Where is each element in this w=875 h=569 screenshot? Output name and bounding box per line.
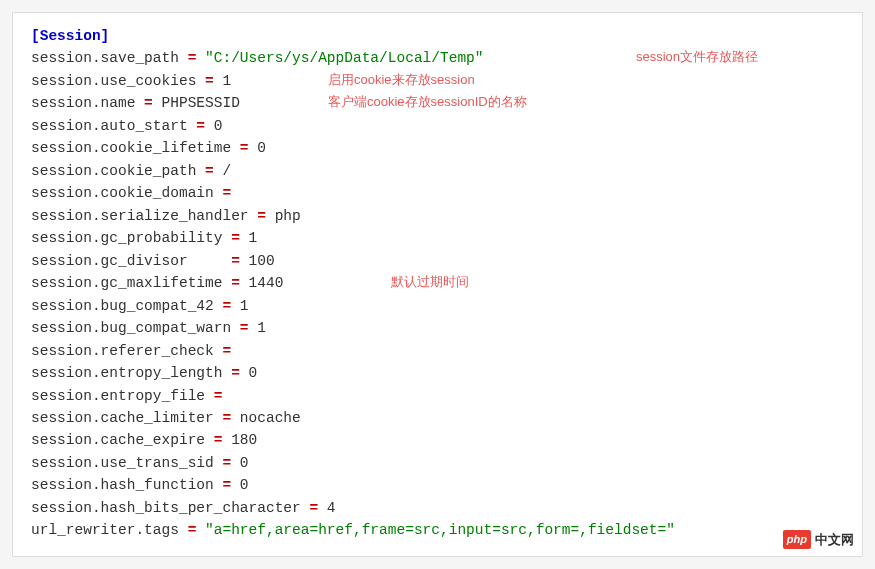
config-value: 1 — [240, 298, 249, 314]
config-key: session.gc_maxlifetime — [31, 275, 222, 291]
config-value: nocache — [240, 410, 301, 426]
section-header: [Session] — [31, 28, 109, 44]
equals-sign: = — [214, 343, 231, 359]
config-value: 1 — [257, 320, 266, 336]
config-value: 100 — [249, 253, 275, 269]
config-key: session.auto_start — [31, 118, 188, 134]
config-key: session.entropy_length — [31, 365, 222, 381]
config-line: session.hash_bits_per_character = 4 — [31, 497, 844, 519]
config-value: 1440 — [249, 275, 284, 291]
equals-sign: = — [214, 185, 231, 201]
config-line: session.hash_function = 0 — [31, 474, 844, 496]
config-key: session.bug_compat_warn — [31, 320, 231, 336]
watermark-text: 中文网 — [815, 530, 854, 550]
config-line: session.use_trans_sid = 0 — [31, 452, 844, 474]
section-header-line: [Session] — [31, 25, 844, 47]
equals-sign: = — [214, 410, 240, 426]
equals-sign: = — [135, 95, 161, 111]
equals-sign: = — [231, 140, 257, 156]
equals-sign: = — [179, 50, 205, 66]
equals-sign: = — [196, 163, 222, 179]
config-key: session.use_cookies — [31, 73, 196, 89]
config-line: session.bug_compat_warn = 1 — [31, 317, 844, 339]
equals-sign: = — [222, 275, 248, 291]
config-value: PHPSESSID — [162, 95, 240, 111]
config-key: session.hash_bits_per_character — [31, 500, 301, 516]
config-key: session.save_path — [31, 50, 179, 66]
equals-sign: = — [205, 388, 222, 404]
config-line: session.bug_compat_42 = 1 — [31, 295, 844, 317]
config-line: session.cookie_lifetime = 0 — [31, 137, 844, 159]
config-line: session.gc_maxlifetime = 1440默认过期时间 — [31, 272, 844, 294]
equals-sign: = — [222, 253, 248, 269]
equals-sign: = — [214, 455, 240, 471]
watermark: php 中文网 — [783, 530, 854, 550]
config-value: 0 — [214, 118, 223, 134]
config-value: php — [275, 208, 301, 224]
config-line: session.cookie_path = / — [31, 160, 844, 182]
config-value: 0 — [240, 455, 249, 471]
config-line: session.use_cookies = 1启用cookie来存放sessio… — [31, 70, 844, 92]
config-value: 0 — [249, 365, 258, 381]
config-key: session.gc_probability — [31, 230, 222, 246]
equals-sign: = — [179, 522, 205, 538]
equals-sign: = — [214, 477, 240, 493]
config-key: session.cookie_domain — [31, 185, 214, 201]
config-value: 4 — [327, 500, 336, 516]
config-value: "a=href,area=href,frame=src,input=src,fo… — [205, 522, 675, 538]
config-key: session.cookie_lifetime — [31, 140, 231, 156]
watermark-badge: php — [783, 530, 811, 549]
config-key: url_rewriter.tags — [31, 522, 179, 538]
annotation: 默认过期时间 — [391, 272, 469, 292]
config-line: session.entropy_length = 0 — [31, 362, 844, 384]
config-key: session.hash_function — [31, 477, 214, 493]
equals-sign: = — [301, 500, 327, 516]
config-value: "C:/Users/ys/AppData/Local/Temp" — [205, 50, 483, 66]
config-value: / — [222, 163, 231, 179]
equals-sign: = — [222, 365, 248, 381]
config-line: session.cache_limiter = nocache — [31, 407, 844, 429]
config-line: session.name = PHPSESSID客户端cookie存放sessi… — [31, 92, 844, 114]
config-key: session.cookie_path — [31, 163, 196, 179]
config-key: session.serialize_handler — [31, 208, 249, 224]
config-line: session.cache_expire = 180 — [31, 429, 844, 451]
config-key: session.name — [31, 95, 135, 111]
annotation: 启用cookie来存放session — [328, 70, 475, 90]
annotation: 客户端cookie存放sessionID的名称 — [328, 92, 527, 112]
config-key: session.gc_divisor — [31, 253, 222, 269]
config-key: session.cache_limiter — [31, 410, 214, 426]
config-line: session.referer_check = — [31, 340, 844, 362]
config-key: session.bug_compat_42 — [31, 298, 214, 314]
config-value: 180 — [231, 432, 257, 448]
config-line: session.entropy_file = — [31, 385, 844, 407]
config-value: 0 — [257, 140, 266, 156]
config-line: session.cookie_domain = — [31, 182, 844, 204]
config-key: session.referer_check — [31, 343, 214, 359]
equals-sign: = — [205, 432, 231, 448]
config-value: 1 — [249, 230, 258, 246]
equals-sign: = — [222, 230, 248, 246]
config-line: session.auto_start = 0 — [31, 115, 844, 137]
config-line: url_rewriter.tags = "a=href,area=href,fr… — [31, 519, 844, 541]
equals-sign: = — [249, 208, 275, 224]
config-line: session.serialize_handler = php — [31, 205, 844, 227]
config-value: 0 — [240, 477, 249, 493]
equals-sign: = — [188, 118, 214, 134]
config-line: session.gc_probability = 1 — [31, 227, 844, 249]
annotation: session文件存放路径 — [636, 47, 758, 67]
config-line: session.save_path = "C:/Users/ys/AppData… — [31, 47, 844, 69]
config-key: session.use_trans_sid — [31, 455, 214, 471]
config-key: session.entropy_file — [31, 388, 205, 404]
config-key: session.cache_expire — [31, 432, 205, 448]
equals-sign: = — [196, 73, 222, 89]
config-line: session.gc_divisor = 100 — [31, 250, 844, 272]
equals-sign: = — [231, 320, 257, 336]
equals-sign: = — [214, 298, 240, 314]
code-block: [Session] session.save_path = "C:/Users/… — [12, 12, 863, 557]
config-value: 1 — [222, 73, 231, 89]
